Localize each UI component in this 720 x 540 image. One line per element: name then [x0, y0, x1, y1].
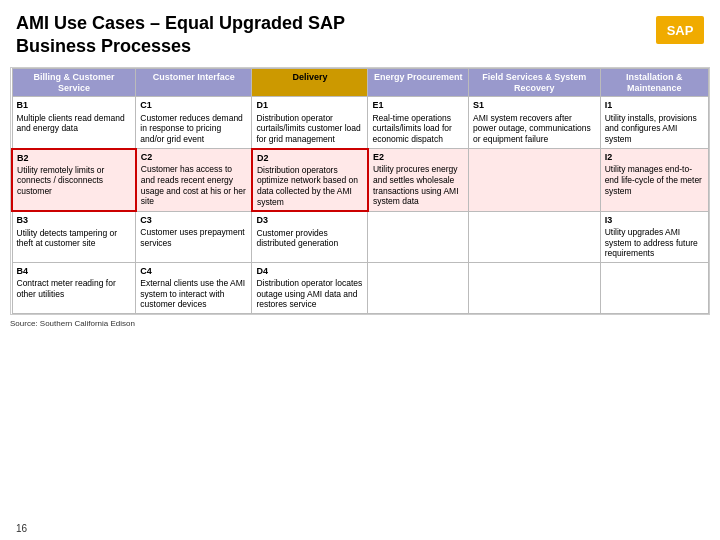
cell-i3: I3 Utility upgrades AMI system to addres…: [600, 211, 708, 262]
cell-b4: B4 Contract meter reading for other util…: [12, 262, 136, 313]
cell-c3: C3 Customer uses prepayment services: [136, 211, 252, 262]
use-cases-table: Billing & Customer Service Customer Inte…: [10, 67, 710, 315]
table-row: B3 Utility detects tampering or theft at…: [12, 211, 709, 262]
cell-empty-row2: [469, 149, 601, 212]
cell-e2: E2 Utility procures energy and settles w…: [368, 149, 469, 212]
table-row: B4 Contract meter reading for other util…: [12, 262, 709, 313]
cell-d1: D1 Distribution operator curtails/limits…: [252, 97, 368, 149]
cell-b1: B1 Multiple clients read demand and ener…: [12, 97, 136, 149]
cell-d2: D2 Distribution operators optimize netwo…: [252, 149, 368, 212]
cell-empty-row4-i: [600, 262, 708, 313]
page-title: AMI Use Cases – Equal Upgraded SAP Busin…: [16, 12, 345, 59]
cell-empty-row4-e: [368, 262, 469, 313]
col-header-customer-interface: Customer Interface: [136, 68, 252, 97]
cell-c2: C2 Customer has access to and reads rece…: [136, 149, 252, 212]
header: AMI Use Cases – Equal Upgraded SAP Busin…: [0, 0, 720, 67]
col-header-billing: Billing & Customer Service: [12, 68, 136, 97]
source-footer: Source: Southern California Edison: [0, 315, 720, 332]
cell-d4: D4 Distribution operator locates outage …: [252, 262, 368, 313]
cell-c1: C1 Customer reduces demand in response t…: [136, 97, 252, 149]
col-header-energy: Energy Procurement: [368, 68, 469, 97]
col-header-installation: Installation & Maintenance: [600, 68, 708, 97]
col-header-field-services: Field Services & System Recovery: [469, 68, 601, 97]
cell-empty-row4-s: [469, 262, 601, 313]
cell-i2: I2 Utility manages end-to-end life-cycle…: [600, 149, 708, 212]
cell-s1: S1 AMI system recovers after power outag…: [469, 97, 601, 149]
cell-i1: I1 Utility installs, provisions and conf…: [600, 97, 708, 149]
cell-c4: C4 External clients use the AMI system t…: [136, 262, 252, 313]
col-header-delivery: Delivery: [252, 68, 368, 97]
cell-b3: B3 Utility detects tampering or theft at…: [12, 211, 136, 262]
cell-empty-row3-e: [368, 211, 469, 262]
page-number: 16: [16, 523, 27, 534]
table-row: B2 Utility remotely limits or connects /…: [12, 149, 709, 212]
cell-b2: B2 Utility remotely limits or connects /…: [12, 149, 136, 212]
sap-logo: SAP: [656, 16, 704, 44]
page: AMI Use Cases – Equal Upgraded SAP Busin…: [0, 0, 720, 540]
cell-d3: D3 Customer provides distributed generat…: [252, 211, 368, 262]
table-row: B1 Multiple clients read demand and ener…: [12, 97, 709, 149]
grid: Billing & Customer Service Customer Inte…: [11, 68, 709, 314]
cell-e1: E1 Real-time operations curtails/limits …: [368, 97, 469, 149]
cell-empty-row3-s: [469, 211, 601, 262]
